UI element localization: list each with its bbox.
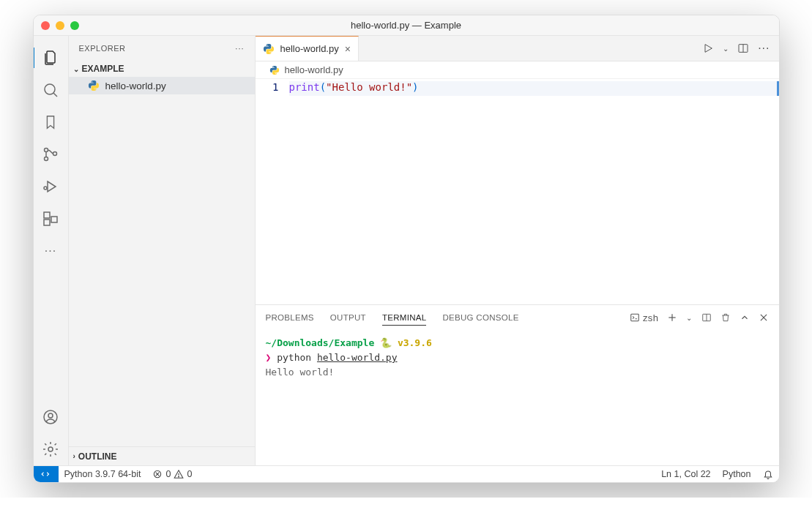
panel-tab-terminal[interactable]: TERMINAL: [382, 310, 427, 326]
status-bar: Python 3.9.7 64-bit 0 0 Ln 1, Col 22 Pyt…: [34, 465, 779, 482]
close-window-button[interactable]: [41, 21, 50, 30]
terminal-command: python: [277, 352, 311, 363]
chevron-right-icon: ›: [73, 452, 75, 460]
search-icon: [42, 81, 59, 99]
remote-icon: [41, 469, 51, 479]
svg-point-0: [45, 84, 55, 94]
ellipsis-icon: ···: [45, 244, 56, 258]
split-terminal-button[interactable]: [701, 312, 712, 323]
activity-bookmark[interactable]: [33, 106, 68, 138]
titlebar: hello-world.py — Example: [34, 15, 779, 36]
shell-name: zsh: [643, 312, 658, 323]
activity-run-debug[interactable]: [33, 170, 68, 203]
interpreter-label: Python 3.9.7 64-bit: [64, 469, 141, 479]
chevron-up-icon: [740, 312, 750, 323]
terminal-icon: [630, 312, 640, 323]
activity-bar: ···: [34, 36, 69, 465]
new-terminal-button[interactable]: [667, 312, 677, 323]
panel-tab-debug[interactable]: DEBUG CONSOLE: [442, 310, 518, 325]
code-line: print("Hello world!"): [289, 81, 779, 96]
code-editor[interactable]: 1 print("Hello world!"): [256, 79, 779, 304]
svg-rect-6: [44, 212, 50, 218]
plus-icon: [667, 312, 677, 323]
tab-label: hello-world.py: [280, 43, 339, 54]
source-control-icon: [42, 146, 59, 163]
terminal-cwd: ~/Downloads/Example: [266, 337, 375, 348]
file-tree-item[interactable]: hello-world.py: [69, 77, 255, 94]
notifications-button[interactable]: [757, 469, 779, 479]
split-icon: [737, 42, 749, 54]
explorer-folder-header[interactable]: ⌄ EXAMPLE: [69, 61, 255, 77]
error-icon: [152, 469, 163, 479]
activity-more[interactable]: ···: [33, 235, 68, 267]
bottom-panel: PROBLEMS OUTPUT TERMINAL DEBUG CONSOLE z…: [256, 304, 779, 465]
trash-icon: [720, 312, 731, 323]
svg-line-1: [53, 93, 57, 97]
activity-explorer[interactable]: [33, 42, 68, 74]
svg-point-5: [44, 187, 47, 190]
window-title: hello-world.py — Example: [351, 20, 461, 31]
bell-icon: [763, 469, 773, 479]
svg-point-2: [45, 149, 48, 152]
python-file-icon: [88, 80, 100, 91]
warning-count: 0: [187, 469, 192, 479]
split-editor-button[interactable]: [737, 42, 749, 54]
close-panel-button[interactable]: [759, 312, 769, 323]
editor-tab-active[interactable]: hello-world.py ×: [256, 36, 359, 61]
svg-point-25: [179, 476, 179, 477]
breadcrumb-file: hello-world.py: [285, 64, 343, 75]
editor-tabs: hello-world.py × ⌄ ···: [256, 36, 779, 61]
svg-rect-14: [631, 314, 639, 320]
explorer-sidebar: EXPLORER ··· ⌄ EXAMPLE hello-world.py › …: [69, 36, 256, 465]
panel-tab-problems[interactable]: PROBLEMS: [266, 310, 314, 325]
warning-icon: [174, 469, 184, 479]
terminal-profile-button[interactable]: zsh: [630, 312, 658, 323]
run-button[interactable]: [702, 42, 714, 54]
maximize-panel-button[interactable]: [740, 312, 750, 323]
python-file-icon: [269, 64, 280, 76]
cursor-position: Ln 1, Col 22: [661, 469, 710, 479]
run-dropdown-button[interactable]: ⌄: [723, 45, 729, 53]
snake-emoji: 🐍: [380, 337, 392, 348]
problems-status-button[interactable]: 0 0: [146, 469, 198, 479]
svg-rect-7: [44, 220, 50, 225]
gear-icon: [42, 440, 59, 458]
activity-extensions[interactable]: [33, 203, 68, 235]
editor-more-button[interactable]: ···: [758, 42, 770, 55]
terminal-content[interactable]: ~/Downloads/Example 🐍 v3.9.6 ❯ python he…: [256, 330, 779, 465]
file-name: hello-world.py: [105, 80, 166, 91]
outline-section-header[interactable]: › OUTLINE: [69, 446, 255, 465]
close-tab-button[interactable]: ×: [345, 43, 351, 55]
files-icon: [42, 49, 59, 67]
activity-source-control[interactable]: [33, 138, 68, 170]
activity-settings[interactable]: [33, 433, 68, 465]
vscode-window: hello-world.py — Example ···: [33, 15, 780, 483]
svg-point-4: [53, 152, 57, 156]
remote-button[interactable]: [34, 466, 59, 482]
window-controls: [41, 21, 79, 30]
kill-terminal-button[interactable]: [720, 312, 731, 323]
cursor-position-button[interactable]: Ln 1, Col 22: [655, 469, 716, 479]
activity-search[interactable]: [33, 74, 68, 106]
bookmark-icon: [42, 114, 59, 130]
svg-point-10: [48, 413, 53, 418]
split-icon: [701, 312, 712, 323]
error-count: 0: [165, 469, 171, 479]
terminal-file-arg: hello-world.py: [317, 352, 398, 363]
minimize-window-button[interactable]: [56, 21, 64, 30]
terminal-dropdown-button[interactable]: ⌄: [686, 314, 692, 322]
language-mode-button[interactable]: Python: [717, 469, 757, 479]
language-mode: Python: [723, 469, 751, 479]
line-number: 1: [256, 81, 279, 93]
terminal-python-version: v3.9.6: [398, 337, 432, 348]
activity-accounts[interactable]: [33, 401, 68, 433]
terminal-prompt-symbol: ❯: [266, 352, 272, 363]
outline-title: OUTLINE: [78, 451, 117, 462]
explorer-more-button[interactable]: ···: [235, 44, 244, 53]
breadcrumb[interactable]: hello-world.py: [256, 61, 779, 79]
explorer-title: EXPLORER: [79, 44, 126, 53]
maximize-window-button[interactable]: [70, 21, 79, 30]
panel-tab-output[interactable]: OUTPUT: [330, 310, 366, 325]
python-interpreter-button[interactable]: Python 3.9.7 64-bit: [59, 469, 147, 479]
debug-icon: [42, 178, 59, 195]
